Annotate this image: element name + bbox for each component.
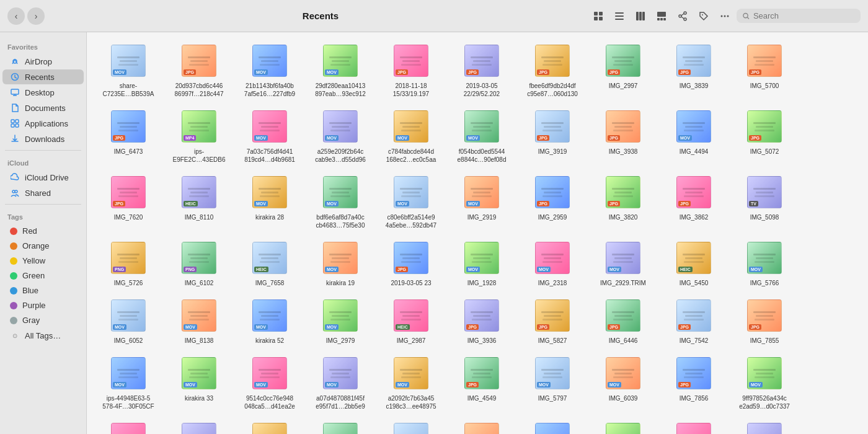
file-icon: JPG bbox=[463, 42, 500, 79]
list-item[interactable]: JPG IMG_7856 bbox=[660, 351, 728, 414]
list-item[interactable]: MOV IMG_2929 bbox=[660, 417, 728, 434]
list-item[interactable]: MOV bdf6e6af8d7a40ccb4683…75f5e30 bbox=[306, 170, 374, 233]
list-item[interactable]: MOV kirakira 28 bbox=[236, 170, 304, 233]
list-item[interactable]: JPG IMG_5700 bbox=[730, 38, 799, 102]
back-button[interactable]: ‹ bbox=[7, 7, 25, 25]
list-item[interactable]: HEIC IMG_8110 bbox=[165, 170, 233, 233]
list-item[interactable]: JPG IMG_6473 bbox=[94, 104, 162, 167]
list-item[interactable]: JPG IMG_4549 bbox=[448, 351, 516, 414]
more-button[interactable] bbox=[715, 7, 734, 25]
list-item[interactable]: MOV 29df280eaa10413897eab…93ec912 bbox=[306, 38, 374, 102]
list-item[interactable]: JPG IMG_2997 bbox=[589, 38, 657, 102]
sidebar-item-tag-red[interactable]: Red bbox=[2, 224, 84, 238]
list-item[interactable]: MOV e7b61b3407884bf497b52…2da81b bbox=[589, 417, 657, 434]
sidebar-item-downloads[interactable]: Downloads bbox=[2, 131, 84, 146]
list-item[interactable]: MOV a259e209f2b64ccab9e3…d55dd96 bbox=[306, 104, 374, 167]
list-item[interactable]: MOV a2092fc7b63a45c198c3…ee48975 bbox=[377, 351, 445, 414]
list-item[interactable]: JPG IMG_3938 bbox=[589, 104, 657, 167]
list-item[interactable]: PNG IMG_5726 bbox=[94, 236, 162, 291]
sidebar-item-tag-gray[interactable]: Gray bbox=[2, 313, 84, 327]
tag-purple-label: Purple bbox=[22, 301, 46, 310]
list-item[interactable]: MOV 53b2042f96a347a5bbad…ff0d9301 bbox=[165, 417, 233, 434]
list-item[interactable]: MOV IMG_4494 bbox=[660, 104, 728, 167]
list-item[interactable]: JPG IMG_3820 bbox=[589, 170, 657, 233]
file-name: IMG_3839 bbox=[680, 82, 709, 90]
sidebar-item-tag-yellow[interactable]: Yellow bbox=[2, 254, 84, 268]
list-item[interactable]: MOV 22bc1243831f436ba221…8ac72aef bbox=[94, 417, 162, 434]
sidebar-item-shared[interactable]: Shared bbox=[2, 185, 84, 200]
icon-view-button[interactable] bbox=[589, 7, 608, 25]
list-item[interactable]: MOV 21b1143bf6fa40b7af5e16…227dfb9 bbox=[236, 38, 304, 102]
tag-button[interactable] bbox=[694, 7, 713, 25]
list-item[interactable]: MOV ips-44948E63-5578-4F…30F05CF bbox=[94, 351, 162, 414]
sidebar-item-all-tags[interactable]: ⊙ All Tags… bbox=[2, 328, 84, 343]
list-item[interactable]: PNG IMG_6102 bbox=[165, 236, 233, 291]
list-item[interactable]: MOV 9ff978526a434ce2ad59…d0c7337 bbox=[730, 351, 799, 414]
list-item[interactable]: MOV IMG_6052 bbox=[94, 293, 162, 348]
list-item[interactable]: HEIC IMG_7663 bbox=[306, 417, 374, 434]
list-item[interactable]: MOV IMG_5766 bbox=[730, 236, 799, 291]
list-item[interactable]: JPG fbee6df9db2d4dfc95e87…060d130 bbox=[518, 38, 587, 102]
list-item[interactable]: JPG IMG_7620 bbox=[94, 170, 162, 233]
forward-button[interactable]: › bbox=[27, 7, 45, 25]
list-item[interactable]: JPG IMG_3919 bbox=[518, 104, 587, 167]
list-item[interactable]: MOV IMG_2919 bbox=[448, 170, 516, 233]
gallery-view-button[interactable] bbox=[652, 7, 671, 25]
list-item[interactable]: MOV IMG_1928 bbox=[448, 236, 516, 291]
list-item[interactable]: MOV IMG_6039 bbox=[589, 351, 657, 414]
list-item[interactable]: MOV c223b3b8ad11442f8c28…7328d04 bbox=[518, 417, 587, 434]
list-item[interactable]: HEIC IMG_7658 bbox=[236, 236, 304, 291]
sidebar-item-tag-green[interactable]: Green bbox=[2, 268, 84, 283]
list-item[interactable]: JPG 2019-03-0522/29/52.202 bbox=[448, 38, 516, 102]
list-item[interactable]: JPG IMG_3936 bbox=[448, 293, 516, 348]
list-item[interactable]: JPG 2018-11-1815/33/19.197 bbox=[377, 38, 445, 102]
list-item[interactable]: JPG 20d937cbd6c44686997f…218c447 bbox=[165, 38, 233, 102]
list-item[interactable]: MOV c784fabcde844d168ec2…ec0c5aa bbox=[377, 104, 445, 167]
list-item[interactable]: JPG IMG_7542 bbox=[660, 293, 728, 348]
list-item[interactable]: JPG IMG_6446 bbox=[589, 293, 657, 348]
list-item[interactable]: MP4 ips-E9FE2C…43EDB6 bbox=[165, 104, 233, 167]
list-item[interactable]: MOV IMG_3154.TRIM bbox=[730, 417, 799, 434]
search-bar[interactable] bbox=[737, 9, 861, 23]
list-view-button[interactable] bbox=[610, 7, 629, 25]
list-item[interactable]: JPG IMG_7855 bbox=[730, 293, 799, 348]
sidebar-item-recents[interactable]: Recents bbox=[2, 69, 84, 84]
sidebar-item-documents[interactable]: Documents bbox=[2, 100, 84, 115]
list-item[interactable]: MOV IMG_8138 bbox=[165, 293, 233, 348]
sidebar-item-tag-purple[interactable]: Purple bbox=[2, 298, 84, 312]
list-item[interactable]: MOV IMG_2979 bbox=[306, 293, 374, 348]
sidebar-item-airdrop[interactable]: AirDrop bbox=[2, 54, 84, 69]
list-item[interactable]: MOV 9514c0cc76e948048ca5…d41ea2e bbox=[236, 351, 304, 414]
list-item[interactable]: MOV kirakira 33 bbox=[165, 351, 233, 414]
list-item[interactable]: JPG IMG_5827 bbox=[518, 293, 587, 348]
share-button[interactable] bbox=[673, 7, 692, 25]
list-item[interactable]: JPG IMG_3862 bbox=[660, 170, 728, 233]
list-item[interactable]: JPG IMG_5072 bbox=[730, 104, 799, 167]
column-view-button[interactable] bbox=[631, 7, 650, 25]
list-item[interactable]: MOV 727f31147d8344d7b556…6b2de23 bbox=[236, 417, 304, 434]
list-item[interactable]: MOV kirakira 19 bbox=[306, 236, 374, 291]
list-item[interactable]: MOV IMG_5797 bbox=[518, 351, 587, 414]
sidebar-item-tag-orange[interactable]: Orange bbox=[2, 239, 84, 253]
search-input[interactable] bbox=[753, 11, 854, 20]
list-item[interactable]: MOV f054bcd0ed5544e8844c…90ef08d bbox=[448, 104, 516, 167]
list-item[interactable]: JPG IMG_2959 bbox=[518, 170, 587, 233]
list-item[interactable]: HEIC IMG_5450 bbox=[660, 236, 728, 291]
list-item[interactable]: MOV 7a03c756df4d41819cd4…d4b9681 bbox=[236, 104, 304, 167]
list-item[interactable]: TV IMG_5098 bbox=[730, 170, 799, 233]
list-item[interactable]: MOV IMG_2929.TRIM bbox=[589, 236, 657, 291]
sidebar-item-applications[interactable]: Applications bbox=[2, 116, 84, 131]
list-item[interactable]: MOV kirakira 49 bbox=[377, 417, 445, 434]
list-item[interactable]: MOV a45c7c3ffb3f49709ce8c…c191b07 bbox=[448, 417, 516, 434]
list-item[interactable]: MOV kirakira 52 bbox=[236, 293, 304, 348]
list-item[interactable]: JPG IMG_3839 bbox=[660, 38, 728, 102]
list-item[interactable]: MOV IMG_2318 bbox=[518, 236, 587, 291]
list-item[interactable]: HEIC IMG_2987 bbox=[377, 293, 445, 348]
sidebar-item-desktop[interactable]: Desktop bbox=[2, 85, 84, 100]
sidebar-item-tag-blue[interactable]: Blue bbox=[2, 283, 84, 298]
list-item[interactable]: MOV a07d4870881f45fe95f7d1…2bb5e9 bbox=[306, 351, 374, 414]
list-item[interactable]: MOV share-C7235E…BB539A bbox=[94, 38, 162, 102]
list-item[interactable]: JPG 2019-03-05 23 bbox=[377, 236, 445, 291]
sidebar-item-icloud-drive[interactable]: iCloud Drive bbox=[2, 170, 84, 185]
list-item[interactable]: MOV c80e6bff2a514e94a5ebe…592db47 bbox=[377, 170, 445, 233]
